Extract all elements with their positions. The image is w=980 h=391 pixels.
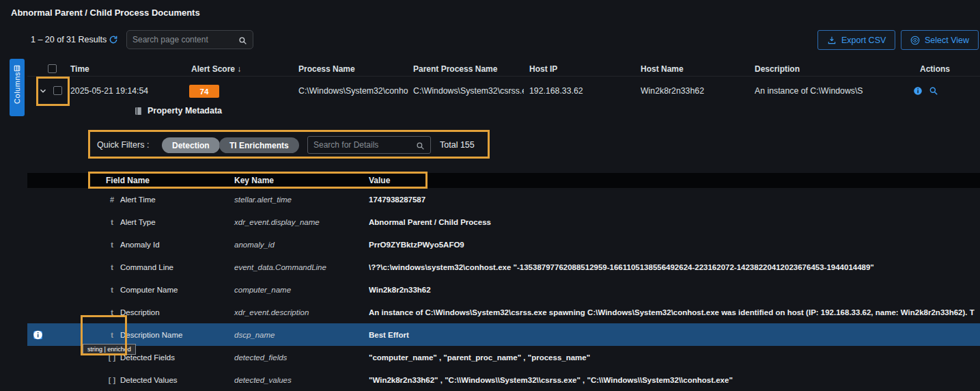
total-count: Total 155	[440, 140, 475, 150]
key-name: xdr_event.display_name	[234, 218, 320, 226]
sort-desc-icon: ↓	[235, 64, 241, 74]
search-details-icon[interactable]	[929, 86, 938, 96]
column-header-time[interactable]: Time	[70, 62, 89, 77]
field-name: Command Line	[120, 263, 173, 271]
field-value: PrrO9ZYBktzPWyo5AFO9	[369, 241, 975, 249]
app-root: Abnormal Parent / Child Process Document…	[0, 0, 980, 391]
detail-row-computer-name[interactable]: t Computer Name computer_name Win2k8r2n3…	[27, 278, 980, 301]
field-value: \??\c:\windows\system32\conhost.exe "-13…	[369, 263, 975, 271]
info-icon[interactable]	[913, 86, 923, 96]
detail-header-field-name: Field Name	[106, 173, 150, 188]
quick-filters-label: Quick Filters :	[97, 140, 149, 150]
select-view-label: Select View	[925, 36, 969, 45]
property-metadata-table: Field Name Key Name Value # Alert Time s…	[27, 173, 980, 391]
column-header-parent-process-name[interactable]: Parent Process Name	[413, 62, 497, 77]
cell-process-name: C:\Windows\System32\conho	[298, 79, 409, 103]
field-name: Description	[120, 308, 160, 316]
field-name: Computer Name	[120, 286, 178, 294]
text-type-icon: t	[106, 308, 118, 316]
field-name: Description Name	[120, 331, 182, 339]
column-header-actions: Actions	[920, 62, 950, 77]
alert-score-badge: 74	[189, 85, 219, 98]
key-name: event_data.CommandLine	[234, 263, 326, 271]
detail-row-command-line[interactable]: t Command Line event_data.CommandLine \?…	[27, 256, 980, 278]
column-header-alert-score[interactable]: Alert Score ↓	[191, 62, 241, 77]
field-type-tooltip: string | enriched	[83, 344, 136, 355]
export-csv-button[interactable]: Export CSV	[817, 30, 895, 50]
text-type-icon: t	[106, 286, 118, 294]
detail-row-anomaly-id[interactable]: t Anomaly Id anomaly_id PrrO9ZYBktzPWyo5…	[27, 233, 980, 256]
select-view-button[interactable]: Select View	[901, 30, 979, 50]
text-type-icon: t	[106, 241, 118, 249]
detail-header-value: Value	[369, 173, 390, 188]
select-all-checkbox[interactable]	[48, 64, 57, 73]
key-name: xdr_event.description	[234, 308, 309, 316]
details-search	[307, 136, 431, 154]
field-value: Best Effort	[369, 331, 975, 339]
array-type-icon: [ ]	[106, 376, 118, 384]
text-type-icon: t	[106, 263, 118, 271]
column-header-host-name[interactable]: Host Name	[641, 62, 684, 77]
key-name: stellar.alert_time	[234, 196, 292, 204]
field-value: Abnormal Parent / Child Process	[369, 218, 975, 226]
detail-rows: # Alert Time stellar.alert_time 17479382…	[27, 188, 980, 391]
field-value: 1747938287587	[369, 196, 975, 204]
alert-row[interactable]: 2025-05-21 19:14:54 74 C:\Windows\System…	[0, 79, 980, 103]
text-type-icon: t	[106, 331, 118, 339]
detail-row-description-name[interactable]: t Description Name dscp_name Best Effort	[27, 323, 980, 346]
download-icon	[827, 36, 837, 45]
detail-row-detected-fields[interactable]: [ ] Detected Fields detected_fields "com…	[27, 346, 980, 368]
main-table-header: Time Alert Score ↓ Process Name Parent P…	[27, 62, 980, 77]
cell-description: An instance of C:\Windows\S	[755, 79, 913, 103]
search-icon	[416, 141, 425, 150]
field-value: An instance of C:\Windows\System32\csrss…	[369, 308, 975, 316]
detail-row-alert-type[interactable]: t Alert Type xdr_event.display_name Abno…	[27, 211, 980, 233]
book-icon	[134, 107, 143, 116]
property-metadata-label: Property Metadata	[148, 106, 222, 116]
property-metadata-title: Property Metadata	[134, 106, 222, 116]
grid-icon	[14, 62, 20, 69]
field-name: Anomaly Id	[120, 241, 160, 249]
detail-row-alert-time[interactable]: # Alert Time stellar.alert_time 17479382…	[27, 188, 980, 211]
eye-icon	[910, 36, 920, 45]
export-csv-label: Export CSV	[841, 36, 886, 45]
refresh-icon[interactable]	[109, 35, 118, 44]
page-search	[126, 30, 253, 49]
details-search-input[interactable]	[313, 140, 412, 150]
key-name: computer_name	[234, 286, 291, 294]
row-checkbox[interactable]	[53, 86, 62, 95]
cell-parent-process-name: C:\Windows\System32\csrss.e	[413, 79, 524, 103]
text-type-icon: t	[106, 218, 118, 226]
field-name: Alert Type	[120, 218, 156, 226]
column-header-host-ip[interactable]: Host IP	[529, 62, 557, 77]
key-name: detected_values	[234, 376, 292, 384]
column-header-process-name[interactable]: Process Name	[298, 62, 355, 77]
cell-host-ip: 192.168.33.62	[529, 79, 583, 103]
detail-table-header: Field Name Key Name Value	[27, 173, 980, 188]
detail-row-detected-values[interactable]: [ ] Detected Values detected_values "Win…	[27, 368, 980, 391]
column-header-description[interactable]: Description	[755, 62, 800, 77]
number-type-icon: #	[106, 196, 118, 204]
page-search-input[interactable]	[132, 35, 234, 44]
cell-host-name: Win2k8r2n33h62	[641, 79, 704, 103]
field-value: Win2k8r2n33h62	[369, 286, 975, 294]
cell-time: 2025-05-21 19:14:54	[70, 79, 148, 103]
field-name: Detected Values	[120, 376, 178, 384]
filter-ti-enrichments-button[interactable]: TI Enrichments	[219, 137, 299, 153]
field-name: Alert Time	[120, 196, 156, 204]
search-icon	[238, 36, 247, 44]
detail-header-key-name: Key Name	[234, 173, 274, 188]
chevron-down-icon[interactable]	[38, 86, 48, 96]
info-icon[interactable]	[33, 329, 43, 340]
field-value: "computer_name" , "parent_proc_name" , "…	[369, 353, 975, 362]
key-name: dscp_name	[234, 331, 275, 339]
results-count: 1 – 20 of 31 Results	[31, 35, 107, 44]
field-value: "Win2k8r2n33h62" , "C:\\Windows\\System3…	[369, 376, 975, 384]
key-name: detected_fields	[234, 353, 287, 362]
key-name: anomaly_id	[234, 241, 275, 249]
filter-detection-button[interactable]: Detection	[162, 137, 220, 153]
page-title: Abnormal Parent / Child Process Document…	[11, 8, 200, 18]
detail-row-description[interactable]: t Description xdr_event.description An i…	[27, 301, 980, 323]
